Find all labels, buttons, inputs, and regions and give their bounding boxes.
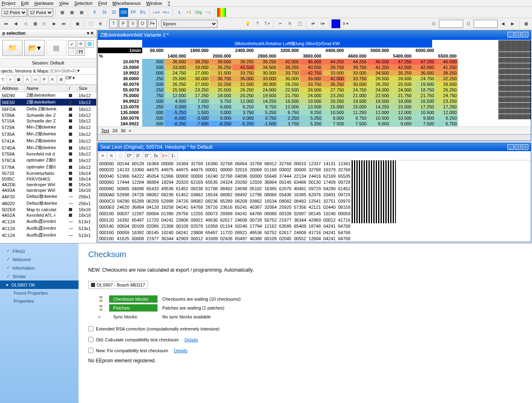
tb2-btn-p[interactable]: P [119, 19, 128, 28]
tb2-btn-c[interactable]: ⊕ [96, 19, 105, 28]
mb-6[interactable]: K [49, 75, 57, 83]
ext-rsa-checkbox[interactable] [88, 326, 93, 331]
tb2-arrow-l[interactable]: ◀ [499, 19, 507, 28]
tb2-btn-b[interactable]: ⬚ [86, 19, 95, 28]
off-dd[interactable]: Off ▾ [66, 75, 75, 83]
nav-ols807-ok[interactable]: ▸OLS807 OK [0, 280, 79, 289]
hex-b5[interactable]: Σ✂ [161, 152, 169, 159]
menu-miscellaneous[interactable]: Miscellaneous [112, 1, 141, 6]
map-tab-2d[interactable]: 2d [112, 128, 117, 133]
tb-btn-hilo[interactable]: HiLo [161, 8, 170, 17]
sb-3[interactable]: 🌐 [86, 40, 94, 48]
tb-btn-8[interactable]: 8 [90, 8, 99, 17]
hex-cut-icon[interactable]: ✂ [99, 152, 107, 159]
hex-max-icon[interactable]: □ [515, 144, 521, 150]
hex-table[interactable]: 0000000014400128163840000016384327681638… [98, 160, 352, 242]
nav-information[interactable]: ✓Information [0, 264, 79, 272]
tb2-btn-a[interactable]: ▣ [73, 19, 82, 28]
tb2-end[interactable]: ▦ [522, 19, 530, 28]
menu-project[interactable]: Project [2, 1, 15, 6]
map-row-5741A[interactable]: 5741AMin-Z靡dwinke16x12 [0, 137, 96, 144]
nav-similar[interactable]: ✓Similar [0, 272, 79, 280]
mb-5[interactable]: P [40, 75, 48, 83]
old-details-link[interactable]: Details [184, 337, 198, 342]
tb2-btn-v[interactable]: V [128, 19, 137, 28]
hex-close-icon[interactable]: × [522, 144, 528, 150]
old-calc-checkbox[interactable] [88, 337, 93, 342]
menu-view[interactable]: View [59, 1, 69, 6]
hex-b2[interactable]: D' [134, 152, 142, 159]
tb2-field-1[interactable] [439, 20, 463, 28]
hex-copy-icon[interactable]: ⎘ [108, 152, 116, 159]
tb2-nav-l[interactable]: ⟨⟩ [429, 19, 438, 28]
map-row-4C124[interactable]: 4C124Ausflu霆ennlini513x1 [0, 218, 96, 225]
help-arrow-icon[interactable]: ?↗ [263, 19, 271, 28]
sb-5[interactable]: 💾 [77, 48, 85, 56]
nav-back-icon[interactable]: ◁ [21, 19, 30, 28]
map-row-4A2DE[interactable]: 4A2DEIsentroper Wirl16x16 [0, 182, 96, 187]
point-combo-1[interactable]: 12 Point [2, 8, 27, 17]
map-row-5735A[interactable]: 5735AMin-Z靡dwinke16x12 [0, 131, 96, 137]
map-row-4C124[interactable]: 4C124Ausflu霆ennlini513x1 [0, 232, 96, 239]
mb-3[interactable]: A [23, 75, 31, 83]
tb2-x1[interactable]: ✂ [276, 19, 285, 28]
map-row-56D90[interactable]: 56D90Z靡dwinkelken16x12 [0, 92, 96, 99]
map-row-55720[interactable]: 55720Korrekturfakto18x14 [0, 170, 96, 176]
new-details-link[interactable]: Details [174, 348, 188, 353]
nav-properties[interactable]: Properties [0, 297, 79, 305]
menu-?[interactable]: ? [168, 1, 170, 6]
tb-btn-ifl[interactable]: IFL [139, 8, 147, 17]
map-row-5595C[interactable]: 5595CFKKVSHKS18x14 [0, 176, 96, 182]
tb-btn-org2[interactable]: Org [204, 8, 213, 17]
map-row-4A93A[interactable]: 4A93AIsentroper Wirl16x16 [0, 187, 96, 193]
nav-grid-icon[interactable]: ▦ [31, 19, 39, 28]
map-row-5D2E8[interactable]: 5D2E8Map to calculat16x16 [0, 207, 96, 212]
tb2-x2[interactable]: ⎘ [286, 19, 294, 28]
map-row-5778A[interactable]: 5778Aoptimaler Z靡d16x12 [0, 164, 96, 170]
map-row-56FDA[interactable]: 56FDADelta Z靡dwink16x12 [0, 106, 96, 112]
tb2-y2[interactable]: ≡▾ [318, 19, 327, 28]
tb-btn-color[interactable] [217, 8, 226, 17]
tb2-nav-r[interactable]: ⟨⟩ [464, 19, 473, 28]
hex-b6[interactable]: Σ↓ [170, 152, 178, 159]
nav-found-properties[interactable]: Found Properties [0, 289, 79, 297]
tb2-bars[interactable]: ⊪▾ [341, 19, 350, 28]
sb-4[interactable]: 📄 [68, 48, 76, 56]
open-btn-3[interactable]: ▦ [46, 40, 66, 56]
tb2-btn-p2[interactable]: P▾ [148, 19, 157, 28]
map-row-5759A[interactable]: 5759AKennfeld mit d16x12 [0, 151, 96, 157]
panel-dropdown-icon[interactable]: ▾ [87, 31, 89, 36]
mb-4[interactable]: ▭ [32, 75, 40, 83]
menu-hardware[interactable]: Hardware [34, 1, 54, 6]
map-row-574DA[interactable]: 574DAMin-Z靡dwinke16x12 [0, 144, 96, 151]
hex-b4[interactable]: D׀ [152, 152, 160, 159]
tb2-arrow-r[interactable]: ▶ [508, 19, 517, 28]
tb-btn-pm[interactable]: ± [175, 8, 184, 17]
mb-7[interactable]: ⊞ [57, 75, 65, 83]
tb-btn-org[interactable]: Org [194, 8, 203, 17]
menu-window[interactable]: Window [146, 1, 162, 6]
hex-b3[interactable]: D" [143, 152, 151, 159]
open-btn-2[interactable]: 📂▾ [24, 40, 44, 56]
panel-close-icon[interactable]: ✕ [90, 31, 94, 36]
tb-btn-x1[interactable]: ×1 [184, 8, 193, 17]
tb2-y1[interactable]: ⇄ [308, 19, 317, 28]
tb2-btn-t[interactable]: T [109, 19, 118, 28]
nav-last-icon[interactable]: ⏭ [60, 19, 68, 28]
hex-b1[interactable]: D* [125, 152, 133, 159]
tb-btn-1[interactable]: ▦ [58, 8, 66, 17]
map-tab-Text[interactable]: Text [101, 128, 109, 133]
mb-1[interactable]: ≡ [6, 75, 14, 83]
map-row-4B020[interactable]: 4B020Deltaz靡dwinke256x1 [0, 200, 96, 207]
nav-welcome[interactable]: ✓Welcome [0, 255, 79, 264]
tb2-color-sq[interactable] [331, 19, 340, 28]
hex-paste-icon[interactable]: 📋 [116, 152, 124, 159]
point-combo-2[interactable]: 12 Point [28, 8, 53, 17]
help-icon[interactable]: ? [253, 19, 262, 28]
map-row-5709A[interactable]: 5709ASchwelle der Z16x12 [0, 112, 96, 118]
mb-2[interactable]: ▦ [15, 75, 23, 83]
map-max-icon[interactable]: □ [515, 32, 521, 37]
bulb-icon[interactable]: 💡 [243, 19, 252, 28]
menu-selection[interactable]: Selection [75, 1, 93, 6]
tb2-field-2[interactable] [474, 20, 498, 28]
